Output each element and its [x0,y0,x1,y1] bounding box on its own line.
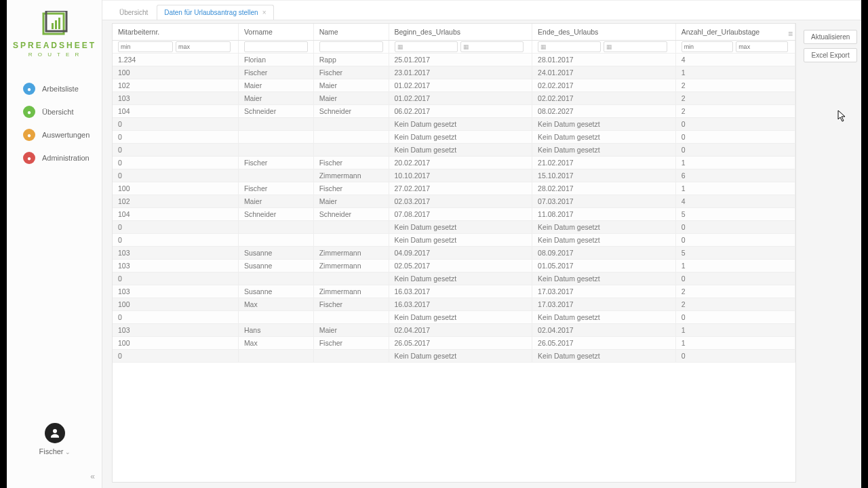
nav-list: ●Arbeitsliste●Übersicht●Auswertungen●Adm… [7,77,102,169]
table-row[interactable]: 1.234FlorianRapp25.01.201728.01.20174 [113,53,795,66]
filter-max[interactable] [176,41,231,52]
cell-anz: 0 [675,143,795,156]
cell-beg: Kein Datum gesetzt [389,117,532,130]
cell-vor: Susanne [238,285,313,298]
filter-min[interactable] [682,41,734,52]
cell-nr: 0 [113,349,238,362]
cell-vor [238,310,313,323]
table-row[interactable]: 102MaierMaier02.03.201707.03.20174 [113,195,795,207]
refresh-button[interactable]: Aktualisieren [804,30,857,44]
table-row[interactable]: 0Kein Datum gesetztKein Datum gesetzt0 [113,143,795,156]
table-row[interactable]: 103MaierMaier01.02.201702.02.20172 [113,92,795,104]
cell-anz: 0 [675,117,795,130]
filter-cell-anz [675,40,795,53]
cell-name: Fischer [313,336,389,349]
cell-end: 02.04.2017 [532,323,676,336]
filter-date-from[interactable]: ▦ [538,41,601,52]
cell-end: 26.05.2017 [532,336,676,349]
cell-nr: 0 [113,272,238,285]
cell-beg: 02.03.2017 [389,195,532,207]
table-row[interactable]: 102MaierMaier01.02.201702.02.20172 [113,79,795,92]
filter-min[interactable] [118,41,173,52]
nav-item-auswertungen[interactable]: ●Auswertungen [7,123,102,146]
table-row[interactable]: 104SchneiderSchneider07.08.201711.08.201… [113,207,795,220]
cell-name: Maier [313,323,389,336]
cell-end: 28.01.2017 [532,53,676,66]
cell-beg: 20.02.2017 [389,156,532,169]
table-row[interactable]: 0Kein Datum gesetztKein Datum gesetzt0 [113,220,795,233]
cell-anz: 5 [675,246,795,259]
filter-text[interactable] [244,41,308,52]
filter-text[interactable] [319,41,383,52]
column-header-nr[interactable]: Mitarbeiternr. [113,24,238,40]
nav-label: Übersicht [42,108,73,116]
filter-max[interactable] [736,41,788,52]
table-row[interactable]: 104SchneiderSchneider06.02.201708.02.202… [113,104,795,117]
cell-beg: Kein Datum gesetzt [389,272,532,285]
table-row[interactable]: 0Kein Datum gesetztKein Datum gesetzt0 [113,117,795,130]
cell-nr: 100 [113,298,238,310]
cell-nr: 100 [113,66,238,79]
table-row[interactable]: 103SusanneZimmermann02.05.201701.05.2017… [113,259,795,272]
table-row[interactable]: 0Kein Datum gesetztKein Datum gesetzt0 [113,349,795,362]
logo-text-2: R O U T E R [28,52,81,58]
column-menu-icon[interactable]: ≡ [788,29,793,39]
user-name[interactable]: Fischer⌄ [7,447,102,455]
cell-name: Maier [313,195,389,207]
cell-anz: 0 [675,233,795,246]
table-row[interactable]: 0Kein Datum gesetztKein Datum gesetzt0 [113,310,795,323]
table-row[interactable]: 100MaxFischer26.05.201726.05.20171 [113,336,795,349]
filter-date-to[interactable]: ▦ [604,41,667,52]
table-row[interactable]: 100FischerFischer27.02.201728.02.20171 [113,182,795,195]
tab-label: Daten für Urlaubsantrag stellen [164,9,258,16]
cell-nr: 102 [113,195,238,207]
table-row[interactable]: 0Zimmermann10.10.201715.10.20176 [113,169,795,182]
app-window: SPREADSHEET R O U T E R ●Arbeitsliste●Üb… [6,0,862,488]
cell-vor: Susanne [238,246,313,259]
user-block[interactable]: Fischer⌄ [7,423,102,455]
cell-end: Kein Datum gesetzt [532,349,676,362]
export-button[interactable]: Excel Export [804,48,857,62]
cell-name: Fischer [313,156,389,169]
cell-anz: 6 [675,169,795,182]
table-row[interactable]: 0Kein Datum gesetztKein Datum gesetzt0 [113,272,795,285]
column-header-name[interactable]: Name [313,24,389,40]
cell-beg: 01.02.2017 [389,92,532,104]
cell-nr: 103 [113,259,238,272]
nav-label: Arbeitsliste [42,85,79,93]
table-row[interactable]: 103SusanneZimmermann16.03.201717.03.2017… [113,285,795,298]
column-header-anz[interactable]: Anzahl_der_Urlaubstage [675,24,795,40]
filter-date-to[interactable]: ▦ [460,41,524,52]
nav-icon: ● [23,152,35,164]
nav-item-administration[interactable]: ●Administration [7,146,102,169]
cell-anz: 0 [675,272,795,285]
nav-item-arbeitsliste[interactable]: ●Arbeitsliste [7,77,102,100]
filter-cell-end: ▦▦ [532,40,676,53]
table-row[interactable]: 100FischerFischer23.01.201724.01.20171 [113,66,795,79]
table-row[interactable]: 103HansMaier02.04.201702.04.20171 [113,323,795,336]
cell-beg: 25.01.2017 [389,53,532,66]
column-header-end[interactable]: Ende_des_Urlaubs [532,24,676,40]
cell-anz: 0 [675,220,795,233]
cell-vor [238,272,313,285]
tab-inactive[interactable]: Übersicht [112,5,155,20]
table-row[interactable]: 0Kein Datum gesetztKein Datum gesetzt0 [113,130,795,143]
table-row[interactable]: 100MaxFischer16.03.201717.03.20172 [113,298,795,310]
column-header-vor[interactable]: Vorname [238,24,313,40]
cell-name: Zimmermann [313,169,389,182]
cell-beg: 16.03.2017 [389,298,532,310]
cell-end: 21.02.2017 [532,156,676,169]
table-row[interactable]: 0Kein Datum gesetztKein Datum gesetzt0 [113,233,795,246]
tab-active[interactable]: Daten für Urlaubsantrag stellen× [157,5,273,20]
cell-beg: 07.08.2017 [389,207,532,220]
cell-end: Kein Datum gesetzt [532,117,676,130]
collapse-sidebar-button[interactable]: « [90,472,95,481]
close-icon[interactable]: × [262,9,267,16]
table-row[interactable]: 0FischerFischer20.02.201721.02.20171 [113,156,795,169]
column-header-beg[interactable]: Beginn_des_Urlaubs [389,24,532,40]
tabs-bar: ÜbersichtDaten für Urlaubsantrag stellen… [102,0,861,20]
filter-date-from[interactable]: ▦ [395,41,458,52]
nav-item-übersicht[interactable]: ●Übersicht [7,100,102,123]
table-row[interactable]: 103SusanneZimmermann04.09.201708.09.2017… [113,246,795,259]
cell-anz: 2 [675,104,795,117]
